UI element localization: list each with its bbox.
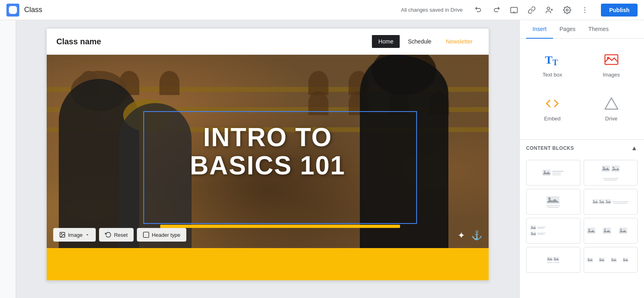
nav-newsletter[interactable]: Newsletter [440, 35, 479, 48]
nav-schedule[interactable]: Schedule [401, 35, 438, 48]
embed-label: Embed [544, 116, 561, 122]
svg-point-50 [611, 258, 613, 259]
insert-grid: TT Text box Images Embed [526, 45, 638, 126]
block-item-4[interactable] [584, 189, 638, 215]
svg-point-6 [566, 9, 568, 11]
site-name-label: Class name [56, 37, 101, 46]
topbar: Class All changes saved in Drive P [0, 0, 644, 20]
site-preview: Class name Home Schedule Newsletter [46, 28, 489, 281]
svg-rect-39 [619, 228, 627, 234]
svg-point-24 [548, 197, 551, 200]
preview-button[interactable] [506, 2, 522, 18]
block-item-1[interactable] [526, 160, 580, 186]
anchor-icon[interactable]: ⚓ [471, 230, 482, 241]
content-blocks-header: CONTENT BLOCKS ▲ [520, 139, 644, 157]
header-type-button[interactable]: Header type [137, 228, 186, 242]
svg-point-8 [584, 9, 586, 10]
block-item-2[interactable] [584, 160, 638, 186]
svg-text:TT: TT [545, 54, 558, 67]
svg-point-18 [544, 171, 545, 172]
insert-images[interactable]: Images [585, 45, 638, 83]
images-label: Images [603, 72, 620, 78]
topbar-actions [471, 2, 593, 18]
svg-rect-25 [592, 199, 598, 204]
insert-panel: TT Text box Images Embed [520, 39, 644, 139]
canvas-area[interactable]: Class name Home Schedule Newsletter [16, 20, 519, 298]
publish-button[interactable]: Publish [601, 4, 638, 17]
svg-point-3 [547, 7, 550, 10]
svg-point-38 [604, 229, 606, 230]
undo-button[interactable] [471, 2, 487, 18]
reset-button[interactable]: Reset [99, 228, 134, 242]
drive-icon [602, 94, 621, 113]
svg-rect-37 [603, 228, 611, 234]
images-icon [602, 50, 621, 69]
right-sidebar: Insert Pages Themes TT Text box [519, 20, 644, 298]
svg-rect-23 [547, 196, 559, 204]
svg-point-30 [606, 200, 607, 201]
collapse-blocks-button[interactable]: ▲ [631, 145, 638, 152]
sparkle-icon[interactable]: ✦ [458, 230, 465, 241]
site-nav: Home Schedule Newsletter [372, 35, 479, 48]
svg-rect-27 [599, 199, 605, 204]
bg-person-3 [159, 71, 180, 95]
hero-toolbar: Image Reset Header type [53, 228, 186, 242]
textbox-label: Text box [543, 72, 562, 78]
tab-pages[interactable]: Pages [553, 20, 582, 39]
block-item-3[interactable] [526, 189, 580, 215]
svg-point-32 [531, 226, 533, 228]
block-item-8[interactable] [584, 247, 638, 273]
svg-rect-12 [143, 232, 149, 237]
content-blocks-label: CONTENT BLOCKS [526, 145, 574, 151]
yellow-section [47, 248, 489, 280]
hero-section[interactable]: INTRO TO BASICS 101 Image Reset [47, 55, 489, 248]
svg-point-36 [588, 229, 590, 230]
svg-point-11 [61, 234, 62, 234]
insert-textbox[interactable]: TT Text box [526, 45, 579, 83]
image-button[interactable]: Image [53, 228, 96, 242]
hero-title: INTRO TO BASICS 101 [131, 123, 405, 180]
app-logo [6, 4, 19, 17]
content-blocks-grid [520, 157, 644, 276]
svg-point-9 [584, 12, 586, 13]
svg-point-40 [620, 229, 622, 230]
svg-point-20 [603, 167, 605, 168]
insert-drive[interactable]: Drive [585, 89, 638, 126]
svg-point-34 [531, 232, 533, 234]
site-header: Class name Home Schedule Newsletter [47, 29, 489, 55]
svg-point-28 [599, 200, 601, 201]
svg-point-15 [607, 57, 609, 59]
tab-insert[interactable]: Insert [526, 20, 553, 39]
insert-embed[interactable]: Embed [526, 89, 579, 126]
tab-themes[interactable]: Themes [582, 20, 615, 39]
hero-text-block[interactable]: INTRO TO BASICS 101 [131, 123, 405, 180]
svg-point-46 [588, 258, 589, 259]
more-options-button[interactable] [577, 2, 593, 18]
redo-button[interactable] [488, 2, 504, 18]
main-layout: Class name Home Schedule Newsletter [0, 20, 644, 298]
add-person-button[interactable] [541, 2, 557, 18]
save-status: All changes saved in Drive [401, 7, 462, 13]
svg-rect-35 [587, 228, 595, 234]
svg-rect-17 [543, 170, 551, 176]
copy-link-button[interactable] [524, 2, 540, 18]
svg-rect-19 [602, 166, 610, 172]
document-title: Class [24, 6, 42, 14]
svg-point-44 [554, 257, 555, 259]
block-item-6[interactable] [584, 218, 638, 244]
embed-icon [543, 94, 562, 113]
settings-button[interactable] [559, 2, 575, 18]
svg-point-52 [623, 258, 625, 259]
block-item-5[interactable] [526, 218, 580, 244]
svg-point-26 [593, 200, 594, 201]
sidebar-tabs: Insert Pages Themes [520, 20, 644, 39]
block-item-7[interactable] [526, 247, 580, 273]
svg-point-48 [600, 258, 601, 259]
svg-rect-29 [605, 199, 611, 204]
drive-label: Drive [605, 116, 617, 122]
nav-home[interactable]: Home [372, 35, 400, 48]
svg-point-22 [613, 167, 614, 168]
svg-point-7 [584, 7, 586, 8]
textbox-icon: TT [543, 50, 562, 69]
svg-marker-16 [605, 98, 618, 109]
